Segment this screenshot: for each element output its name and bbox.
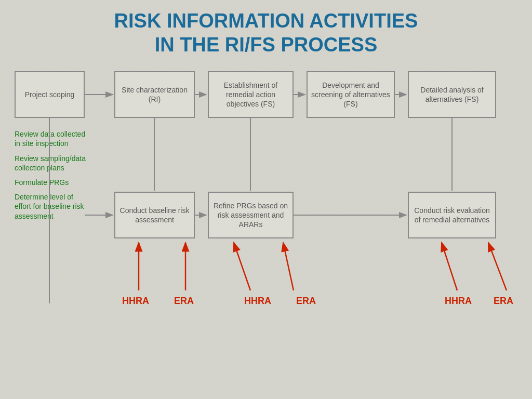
sidebar-items: Review data collected in site inspection…	[15, 129, 90, 226]
sidebar-item-2: Review sampling/data collection plans	[15, 154, 90, 172]
svg-line-18	[442, 243, 457, 290]
sidebar-item-3: Formulate PRGs	[15, 178, 90, 187]
box-detailed: Detailed analysis of alternatives (FS)	[408, 71, 496, 118]
era-label-2: ERA	[296, 296, 316, 307]
page-title: RISK INFORMATION ACTIVITIES IN THE RI/FS…	[10, 9, 522, 57]
box-development: Development and screening of alternative…	[307, 71, 395, 118]
svg-line-16	[234, 243, 250, 290]
svg-line-17	[283, 243, 294, 290]
sidebar-item-1: Review data collected in site inspection	[15, 129, 90, 148]
box-project-scoping: Project scoping	[15, 71, 85, 118]
era-label-1: ERA	[174, 296, 194, 307]
box-establishment: Establishment of remedial action objecti…	[208, 71, 294, 118]
box-site-char: Site characterization (RI)	[114, 71, 195, 118]
svg-line-19	[488, 243, 507, 290]
hhra-label-1: HHRA	[122, 296, 149, 307]
diagram-area: Project scoping Site characterization (R…	[10, 67, 522, 368]
page: RISK INFORMATION ACTIVITIES IN THE RI/FS…	[0, 0, 532, 399]
hhra-label-2: HHRA	[244, 296, 271, 307]
box-refine: Refine PRGs based on risk assessment and…	[208, 192, 294, 238]
era-label-3: ERA	[494, 296, 513, 307]
box-baseline: Conduct baseline risk assessment	[114, 192, 195, 238]
sidebar-item-4: Determine level of effort for baseline r…	[15, 192, 90, 221]
hhra-label-3: HHRA	[445, 296, 472, 307]
box-conduct-risk: Conduct risk evaluation of remedial alte…	[408, 192, 496, 238]
